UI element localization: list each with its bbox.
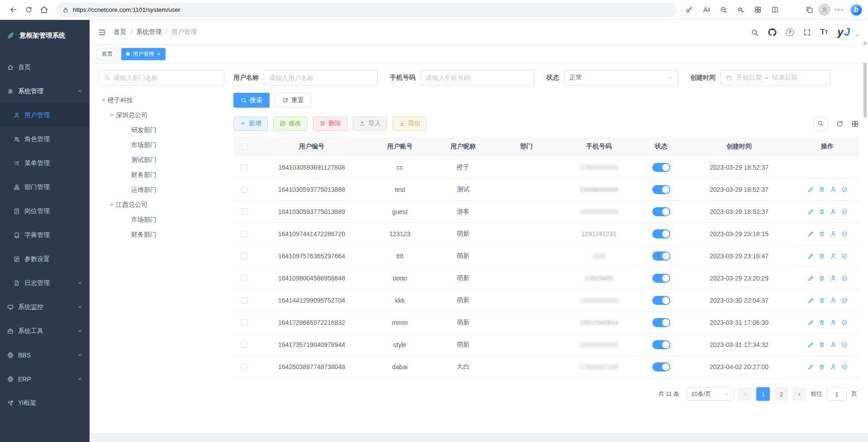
sidebar-item-yi-framework[interactable]: Yi框架 <box>0 391 90 415</box>
export-button[interactable]: 导出 <box>393 117 427 131</box>
status-toggle[interactable] <box>652 252 670 261</box>
browser-collections-icon[interactable] <box>802 2 817 18</box>
authorize-button[interactable] <box>841 209 848 215</box>
sidebar-item-post-management[interactable]: 岗位管理 <box>0 199 90 223</box>
page-button-1[interactable]: 1 <box>756 387 770 401</box>
reset-password-button[interactable] <box>830 209 836 215</box>
sidebar-item-log-management[interactable]: 日志管理 <box>0 271 90 295</box>
browser-more-icon[interactable]: ··· <box>832 2 847 18</box>
reset-password-button[interactable] <box>830 319 836 326</box>
sidebar-item-system-tools[interactable]: 系统工具 <box>0 319 90 343</box>
status-select[interactable]: 正常 <box>564 70 678 86</box>
delete-button[interactable] <box>819 342 825 348</box>
delete-button[interactable] <box>819 253 825 259</box>
tree-node[interactable]: 财务部门 <box>99 227 224 242</box>
browser-favorites-add-icon[interactable] <box>733 2 748 18</box>
edit-button[interactable] <box>807 209 814 215</box>
authorize-button[interactable] <box>841 231 848 237</box>
edit-button[interactable] <box>807 253 814 259</box>
tree-node[interactable]: 测试部门 <box>99 152 224 167</box>
delete-button[interactable] <box>819 297 825 304</box>
delete-button[interactable] <box>819 231 825 237</box>
edit-button[interactable] <box>807 342 814 348</box>
search-button[interactable]: 搜索 <box>233 93 270 108</box>
add-button[interactable]: 新增 <box>233 117 268 131</box>
status-toggle[interactable] <box>652 296 670 305</box>
chevron-down-icon[interactable] <box>855 33 860 38</box>
tree-node[interactable]: 江西总公司 <box>99 197 224 212</box>
sidebar-item-user-management[interactable]: 用户管理 <box>0 103 90 127</box>
row-checkbox[interactable] <box>241 297 247 304</box>
date-range-picker[interactable]: 开始日期 - 结束日期 <box>721 70 830 86</box>
refresh-table-button[interactable] <box>836 120 844 128</box>
tree-node[interactable]: 橙子科技 <box>99 93 224 108</box>
status-toggle[interactable] <box>652 274 670 283</box>
tree-node[interactable]: 深圳总公司 <box>99 108 224 123</box>
row-checkbox[interactable] <box>241 319 247 326</box>
tree-node[interactable]: 财务部门 <box>99 167 224 182</box>
edit-button[interactable] <box>807 275 814 281</box>
tree-caret-icon[interactable] <box>108 204 116 206</box>
phone-input[interactable] <box>426 74 529 81</box>
tree-node[interactable]: 运维部门 <box>99 182 224 197</box>
reset-password-button[interactable] <box>830 231 836 237</box>
search-icon[interactable] <box>751 29 759 36</box>
tab-home[interactable]: 首页 <box>97 48 118 60</box>
delete-button[interactable]: 删除 <box>313 117 347 131</box>
status-toggle[interactable] <box>652 340 670 349</box>
edit-button[interactable] <box>807 364 814 370</box>
tab-user-management[interactable]: 用户管理 × <box>121 48 166 60</box>
row-checkbox[interactable] <box>241 186 247 193</box>
status-toggle[interactable] <box>652 185 670 194</box>
reset-password-button[interactable] <box>830 297 836 304</box>
close-icon[interactable]: × <box>157 51 161 57</box>
status-toggle[interactable] <box>652 318 670 327</box>
copilot-icon[interactable]: b <box>850 4 863 16</box>
sidebar-item-system-monitor[interactable]: 系统监控 <box>0 295 90 319</box>
row-checkbox[interactable] <box>241 253 247 259</box>
toggle-search-button[interactable] <box>813 116 828 131</box>
edit-button[interactable]: 修改 <box>273 117 308 131</box>
sidebar-item-dept-management[interactable]: 部门管理 <box>0 175 90 199</box>
row-checkbox[interactable] <box>241 342 247 348</box>
browser-key-icon[interactable] <box>681 2 697 18</box>
page-size-select[interactable]: 10条/页 <box>687 387 734 401</box>
breadcrumb-system[interactable]: 系统管理 <box>136 28 161 36</box>
edit-button[interactable] <box>807 186 814 193</box>
row-checkbox[interactable] <box>241 275 247 281</box>
goto-page-input[interactable] <box>827 387 847 401</box>
delete-button[interactable] <box>819 209 825 215</box>
column-settings-button[interactable] <box>851 120 859 128</box>
select-all-checkbox[interactable] <box>241 143 247 150</box>
browser-back-button[interactable] <box>5 2 21 18</box>
delete-button[interactable] <box>819 364 825 370</box>
browser-read-aloud-icon[interactable] <box>698 2 714 18</box>
tree-node[interactable]: 市场部门 <box>99 212 224 227</box>
browser-refresh-button[interactable] <box>21 2 36 18</box>
status-toggle[interactable] <box>652 229 670 238</box>
edit-button[interactable] <box>807 319 814 326</box>
delete-button[interactable] <box>819 186 825 193</box>
next-page-button[interactable] <box>792 387 806 401</box>
sidebar-item-home[interactable]: 首页 <box>0 55 90 79</box>
browser-home-button[interactable] <box>36 2 52 18</box>
font-size-icon[interactable]: TT <box>821 28 828 36</box>
fullscreen-icon[interactable] <box>803 29 811 36</box>
authorize-button[interactable] <box>841 253 848 259</box>
delete-button[interactable] <box>819 275 825 281</box>
sidebar-item-dict-management[interactable]: 字典管理 <box>0 223 90 247</box>
browser-favorites-icon[interactable] <box>784 2 800 18</box>
tree-caret-icon[interactable] <box>108 114 116 117</box>
page-button-2[interactable]: 2 <box>774 387 788 401</box>
authorize-button[interactable] <box>841 297 848 304</box>
browser-profile-avatar[interactable] <box>818 4 830 16</box>
reset-password-button[interactable] <box>830 342 836 348</box>
breadcrumb-home[interactable]: 首页 <box>114 28 126 36</box>
reset-password-button[interactable] <box>830 253 836 259</box>
tree-node[interactable]: 研发部门 <box>99 123 224 138</box>
reset-password-button[interactable] <box>830 275 836 281</box>
browser-zoom-icon[interactable] <box>716 2 731 18</box>
row-checkbox[interactable] <box>241 364 247 370</box>
reset-password-button[interactable] <box>830 364 836 370</box>
sidebar-item-menu-management[interactable]: 菜单管理 <box>0 151 90 175</box>
